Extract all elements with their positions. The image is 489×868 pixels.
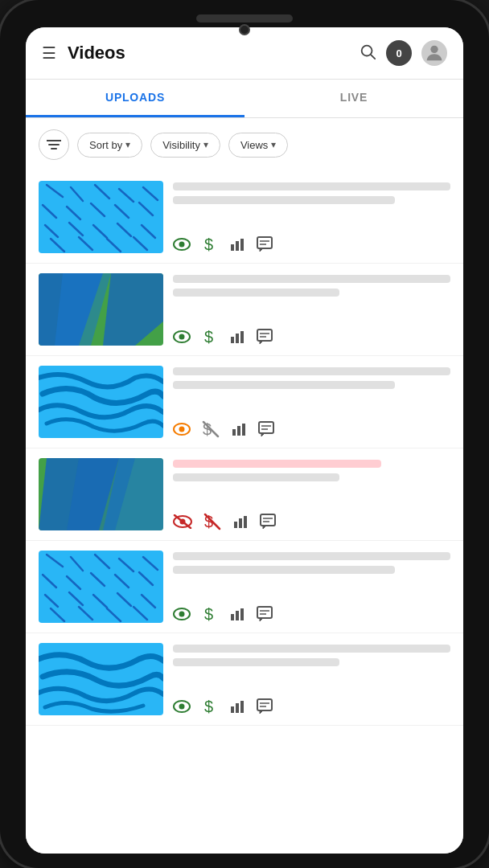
svg-rect-98 [236,611,239,620]
comment-icon[interactable] [257,698,273,714]
monetization-icon[interactable]: $ [202,605,218,623]
video-actions: $ [173,235,450,253]
chevron-down-icon: ▾ [203,139,208,150]
video-thumbnail[interactable] [39,273,163,346]
notch-bar [196,14,293,23]
video-thumbnail[interactable] [39,181,163,253]
screen: ☰ Videos 0 UPLOADS [26,27,463,854]
visibility-icon[interactable] [173,608,191,620]
video-list: $ [26,171,463,854]
comment-icon[interactable] [260,514,276,530]
analytics-icon[interactable] [229,606,245,622]
svg-text:$: $ [204,328,213,346]
phone-shell: ☰ Videos 0 UPLOADS [0,0,489,868]
svg-rect-43 [236,334,239,343]
svg-rect-97 [231,614,234,620]
tabs: UPLOADS LIVE [26,80,463,118]
video-meta-lines [173,460,450,481]
svg-text:$: $ [204,235,213,253]
header-actions: 0 [359,40,447,66]
svg-rect-42 [231,337,234,343]
video-meta-lines [173,645,450,666]
svg-point-2 [430,46,438,53]
video-thumbnail[interactable] [39,366,163,438]
svg-point-95 [179,612,185,617]
comment-icon[interactable] [257,236,273,252]
analytics-icon[interactable] [232,514,249,530]
svg-rect-110 [257,699,272,710]
visibility-icon[interactable] [173,330,191,343]
svg-rect-53 [232,429,236,436]
svg-rect-44 [240,331,244,343]
comment-icon[interactable] [258,421,274,437]
list-item: $ [26,356,463,448]
svg-point-105 [179,704,185,710]
meta-line [173,552,450,560]
monetization-icon[interactable]: $ [202,698,218,715]
filters-bar: Sort by ▾ Visibility ▾ Views ▾ [26,118,463,171]
video-actions: $ [173,328,450,346]
video-thumbnail[interactable] [39,643,163,715]
filter-icon-button[interactable] [39,129,69,160]
svg-rect-71 [261,514,275,526]
monetization-icon[interactable]: $ [202,328,218,346]
visibility-icon[interactable] [173,700,191,713]
analytics-icon[interactable] [229,698,245,714]
monetization-disabled-icon[interactable]: $ [202,420,220,438]
sort-by-button[interactable]: Sort by ▾ [77,133,142,158]
video-info: $ [173,458,450,530]
meta-line [173,196,395,204]
meta-line [173,381,395,389]
video-meta-lines [173,275,450,297]
analytics-icon[interactable] [229,329,245,345]
visibility-hidden-icon[interactable] [173,514,192,529]
page-title: Videos [68,43,359,63]
svg-point-40 [179,334,185,340]
menu-icon[interactable]: ☰ [42,43,56,63]
visibility-button[interactable]: Visibility ▾ [150,133,220,158]
svg-text:$: $ [204,698,213,715]
list-item: $ [26,541,463,633]
avatar[interactable] [421,40,447,66]
svg-rect-56 [259,422,273,433]
monetization-icon[interactable]: $ [202,235,218,253]
meta-line [173,367,450,375]
video-actions: $ [173,698,450,715]
video-meta-lines [173,367,450,389]
visibility-icon[interactable] [173,423,191,436]
comment-icon[interactable] [257,329,273,345]
meta-line [173,182,450,190]
svg-line-1 [371,55,375,59]
svg-rect-29 [231,244,234,251]
video-actions: $ [173,513,450,530]
list-item: $ [26,171,463,264]
analytics-icon[interactable] [229,236,245,252]
video-thumbnail[interactable] [39,551,163,623]
meta-line [173,289,339,297]
svg-rect-54 [237,426,240,436]
notification-badge[interactable]: 0 [386,40,412,66]
svg-rect-68 [234,522,237,528]
meta-line [173,658,339,666]
list-item: $ [26,633,463,726]
comment-icon[interactable] [257,606,273,622]
analytics-icon[interactable] [231,421,247,437]
svg-rect-70 [244,516,247,528]
views-button[interactable]: Views ▾ [228,133,288,158]
chevron-down-icon: ▾ [271,139,276,150]
svg-rect-31 [240,239,244,251]
search-icon[interactable] [359,43,376,64]
svg-rect-107 [231,706,234,713]
video-info: $ [173,551,450,623]
video-actions: $ [173,605,450,623]
phone-notch [26,14,463,23]
tab-live[interactable]: LIVE [244,80,463,117]
visibility-icon[interactable] [173,238,191,251]
svg-text:$: $ [204,605,213,623]
meta-line [173,275,450,283]
video-thumbnail[interactable] [39,458,163,530]
svg-rect-45 [257,330,272,341]
monetization-disabled-icon[interactable]: $ [203,513,221,530]
tab-uploads[interactable]: UPLOADS [26,80,244,117]
svg-point-50 [179,427,185,432]
